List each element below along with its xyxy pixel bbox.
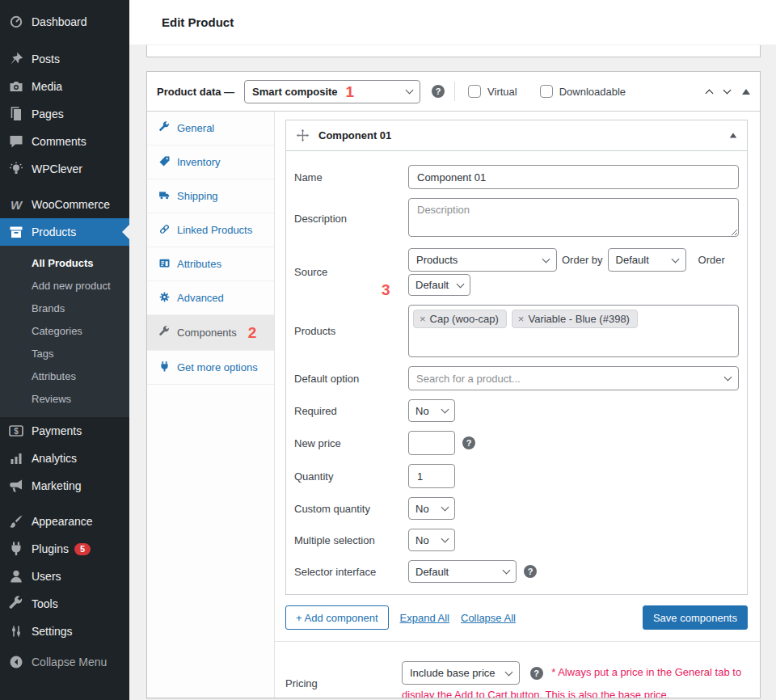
submenu-item-categories[interactable]: Categories — [0, 320, 129, 343]
default-option-select[interactable]: Search for a product... — [408, 366, 739, 390]
sidebar-item-analytics[interactable]: Analytics — [0, 445, 129, 472]
tab-components[interactable]: Components2 — [147, 315, 274, 351]
multiple-selection-select[interactable]: No — [408, 529, 455, 551]
sidebar-item-payments[interactable]: Payments — [0, 417, 129, 445]
expand-all-link[interactable]: Expand All — [400, 612, 449, 624]
sidebar-item-dashboard[interactable]: Dashboard — [0, 8, 129, 36]
selector-interface-help-icon[interactable] — [524, 565, 537, 578]
virtual-option[interactable]: Virtual — [468, 85, 517, 98]
sidebar-item-pages[interactable]: Pages — [0, 100, 129, 128]
source-value: Products — [416, 254, 458, 266]
submenu-item-brands[interactable]: Brands — [0, 297, 129, 320]
pricing-select[interactable]: Include base price — [402, 661, 520, 685]
tab-label: Advanced — [177, 292, 224, 304]
component-collapse-icon[interactable] — [730, 133, 737, 138]
drag-handle-icon[interactable] — [296, 129, 310, 142]
pricing-help-icon[interactable] — [530, 667, 543, 680]
submenu-item-tags[interactable]: Tags — [0, 343, 129, 365]
media-icon — [8, 78, 24, 95]
tab-inventory[interactable]: Inventory — [147, 145, 274, 179]
plugins-icon — [8, 541, 24, 557]
tab-label: Shipping — [177, 190, 218, 202]
submenu-item-all-products[interactable]: All Products — [0, 252, 129, 275]
name-input[interactable] — [408, 165, 739, 189]
order-by-select[interactable]: Default — [608, 248, 686, 272]
order-by-value: Default — [616, 254, 649, 266]
custom-quantity-row: Custom quantity No — [294, 497, 739, 520]
sidebar-item-collapse-menu[interactable]: Collapse Menu — [0, 648, 129, 676]
annotation-2: 2 — [248, 324, 257, 341]
sidebar-item-marketing[interactable]: Marketing — [0, 472, 129, 500]
collapse-toggle-icon[interactable] — [742, 89, 750, 95]
move-up-icon[interactable] — [706, 89, 714, 97]
chevron-down-icon — [406, 86, 414, 95]
tab-linked-products[interactable]: Linked Products — [147, 213, 274, 247]
main-content: Edit Product Product data — Smart compos… — [129, 0, 776, 700]
downloadable-option[interactable]: Downloadable — [540, 85, 626, 98]
new-price-input[interactable] — [408, 431, 455, 455]
tab-label: Linked Products — [177, 224, 252, 236]
custom-quantity-select[interactable]: No — [408, 497, 455, 520]
order-select[interactable]: Default — [408, 274, 470, 296]
products-multiselect[interactable]: Cap (woo-cap) Variable - Blue (#398) — [408, 305, 739, 357]
save-components-button[interactable]: Save components — [643, 605, 748, 630]
product-type-help-icon[interactable] — [432, 85, 445, 98]
product-type-select[interactable]: Smart composite 1 — [244, 80, 420, 103]
sidebar-item-media[interactable]: Media — [0, 73, 129, 100]
tab-general[interactable]: General — [147, 112, 274, 145]
wrench-icon — [158, 326, 171, 338]
product-type-value: Smart composite — [252, 86, 337, 98]
source-select[interactable]: Products — [408, 248, 557, 272]
quantity-input[interactable] — [408, 464, 455, 488]
sidebar-item-tools[interactable]: Tools — [0, 590, 129, 618]
sidebar-item-plugins[interactable]: Plugins 5 — [0, 535, 129, 563]
required-select[interactable]: No — [408, 399, 455, 422]
quantity-row: Quantity — [294, 464, 739, 488]
remove-tag-icon[interactable] — [518, 313, 525, 325]
add-component-button[interactable]: + Add component — [285, 605, 389, 630]
chevron-down-icon — [724, 373, 732, 382]
link-icon — [158, 223, 171, 235]
component-box: Component 01 Name Description — [285, 120, 748, 595]
sidebar-item-products[interactable]: Products — [0, 218, 129, 246]
sidebar-item-wpclever[interactable]: WPClever — [0, 155, 129, 183]
new-price-help-icon[interactable] — [462, 436, 475, 449]
tab-advanced[interactable]: Advanced — [147, 281, 274, 315]
multiple-selection-label: Multiple selection — [294, 534, 408, 546]
sidebar-item-label: Marketing — [32, 479, 81, 492]
tag-icon — [158, 155, 171, 167]
sidebar-item-users[interactable]: Users — [0, 563, 129, 590]
order-label: Order — [698, 254, 725, 266]
list-card-icon — [158, 257, 171, 269]
move-down-icon[interactable] — [723, 86, 732, 95]
selector-interface-row: Selector interface Default — [294, 560, 739, 583]
sidebar-item-comments[interactable]: Comments — [0, 128, 129, 155]
truck-icon — [158, 189, 171, 201]
new-price-label: New price — [294, 437, 408, 449]
sidebar-item-settings[interactable]: Settings — [0, 618, 129, 645]
tab-attributes[interactable]: Attributes — [147, 247, 274, 281]
chevron-down-icon — [542, 255, 550, 263]
gear-icon — [158, 291, 171, 303]
sidebar-item-posts[interactable]: Posts — [0, 45, 129, 73]
remove-tag-icon[interactable] — [420, 313, 426, 325]
tab-get-more-options[interactable]: Get more options — [147, 351, 274, 385]
sidebar-item-appearance[interactable]: Appearance — [0, 508, 129, 535]
virtual-checkbox[interactable] — [468, 85, 481, 98]
default-option-placeholder: Search for a product... — [416, 373, 521, 385]
component-header: Component 01 — [286, 120, 747, 151]
submenu-item-attributes[interactable]: Attributes — [0, 365, 129, 388]
submenu-item-reviews[interactable]: Reviews — [0, 388, 129, 411]
tab-shipping[interactable]: Shipping — [147, 179, 274, 213]
source-row: Source 3 Products Order by — [294, 248, 739, 296]
submenu-item-add-new-product[interactable]: Add new product — [0, 275, 129, 297]
selector-interface-select[interactable]: Default — [408, 560, 517, 583]
marketing-icon — [8, 478, 24, 494]
product-data-tabs: General Inventory Shipping Linked Produc… — [147, 112, 275, 698]
name-label: Name — [294, 171, 408, 183]
default-option-row: Default option Search for a product... — [294, 366, 739, 390]
collapse-all-link[interactable]: Collapse All — [461, 612, 516, 624]
sidebar-item-woocommerce[interactable]: WooCommerce — [0, 191, 129, 218]
description-textarea[interactable] — [408, 198, 739, 237]
downloadable-checkbox[interactable] — [540, 85, 553, 98]
